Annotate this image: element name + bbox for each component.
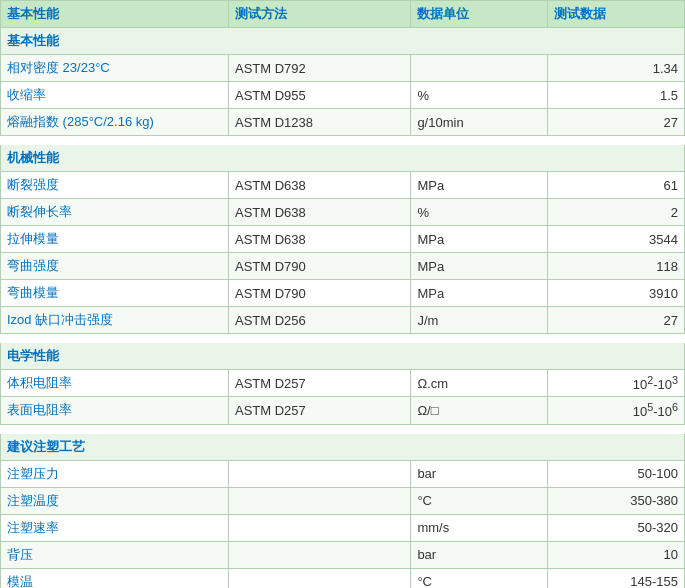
value-cell: 10 xyxy=(548,541,685,568)
unit-cell: % xyxy=(411,82,548,109)
col-header-method: 测试方法 xyxy=(229,1,411,28)
col-header-property: 基本性能 xyxy=(1,1,229,28)
property-cell: 体积电阻率 xyxy=(1,370,229,397)
properties-table: 基本性能 测试方法 数据单位 测试数据 基本性能相对密度 23/23°CASTM… xyxy=(0,0,685,588)
table-row: 收缩率ASTM D955%1.5 xyxy=(1,82,685,109)
unit-cell: % xyxy=(411,199,548,226)
unit-cell: Ω/□ xyxy=(411,397,548,424)
property-cell: 注塑压力 xyxy=(1,460,229,487)
property-cell: 收缩率 xyxy=(1,82,229,109)
property-cell: 断裂强度 xyxy=(1,172,229,199)
col-header-value: 测试数据 xyxy=(548,1,685,28)
table-row: 表面电阻率ASTM D257Ω/□105-106 xyxy=(1,397,685,424)
value-cell: 27 xyxy=(548,109,685,136)
property-cell: 相对密度 23/23°C xyxy=(1,55,229,82)
unit-cell: bar xyxy=(411,541,548,568)
value-cell: 105-106 xyxy=(548,397,685,424)
method-cell: ASTM D257 xyxy=(229,370,411,397)
section-header-0: 基本性能 xyxy=(1,28,685,55)
method-cell: ASTM D638 xyxy=(229,172,411,199)
value-cell: 50-100 xyxy=(548,460,685,487)
table-row: 弯曲模量ASTM D790MPa3910 xyxy=(1,280,685,307)
method-cell: ASTM D638 xyxy=(229,226,411,253)
method-cell: ASTM D790 xyxy=(229,280,411,307)
property-cell: 背压 xyxy=(1,541,229,568)
table-row: 熔融指数 (285°C/2.16 kg)ASTM D1238g/10min27 xyxy=(1,109,685,136)
method-cell: ASTM D790 xyxy=(229,253,411,280)
value-cell: 145-155 xyxy=(548,568,685,588)
method-cell xyxy=(229,568,411,588)
value-cell: 118 xyxy=(548,253,685,280)
method-cell xyxy=(229,514,411,541)
property-cell: 断裂伸长率 xyxy=(1,199,229,226)
table-row: 断裂伸长率ASTM D638%2 xyxy=(1,199,685,226)
table-row: 注塑压力bar50-100 xyxy=(1,460,685,487)
table-row: 相对密度 23/23°CASTM D7921.34 xyxy=(1,55,685,82)
table-row: 弯曲强度ASTM D790MPa118 xyxy=(1,253,685,280)
unit-cell: MPa xyxy=(411,172,548,199)
section-header-3: 建议注塑工艺 xyxy=(1,433,685,460)
unit-cell: MPa xyxy=(411,280,548,307)
unit-cell: °C xyxy=(411,568,548,588)
method-cell xyxy=(229,541,411,568)
property-cell: 注塑温度 xyxy=(1,487,229,514)
table-row: 拉伸模量ASTM D638MPa3544 xyxy=(1,226,685,253)
value-cell: 350-380 xyxy=(548,487,685,514)
unit-cell: g/10min xyxy=(411,109,548,136)
value-cell: 27 xyxy=(548,307,685,334)
method-cell: ASTM D257 xyxy=(229,397,411,424)
method-cell: ASTM D256 xyxy=(229,307,411,334)
section-header-1: 机械性能 xyxy=(1,145,685,172)
unit-cell: MPa xyxy=(411,226,548,253)
table-row: 注塑速率mm/s50-320 xyxy=(1,514,685,541)
unit-cell xyxy=(411,55,548,82)
value-cell: 2 xyxy=(548,199,685,226)
unit-cell: mm/s xyxy=(411,514,548,541)
property-cell: 模温 xyxy=(1,568,229,588)
property-cell: 表面电阻率 xyxy=(1,397,229,424)
table-row: 背压bar10 xyxy=(1,541,685,568)
property-cell: 熔融指数 (285°C/2.16 kg) xyxy=(1,109,229,136)
property-cell: 拉伸模量 xyxy=(1,226,229,253)
value-cell: 3544 xyxy=(548,226,685,253)
unit-cell: J/m xyxy=(411,307,548,334)
property-cell: 注塑速率 xyxy=(1,514,229,541)
value-cell: 1.5 xyxy=(548,82,685,109)
method-cell: ASTM D638 xyxy=(229,199,411,226)
table-row: 注塑温度°C350-380 xyxy=(1,487,685,514)
col-header-unit: 数据单位 xyxy=(411,1,548,28)
value-cell: 50-320 xyxy=(548,514,685,541)
method-cell: ASTM D792 xyxy=(229,55,411,82)
unit-cell: MPa xyxy=(411,253,548,280)
value-cell: 1.34 xyxy=(548,55,685,82)
value-cell: 61 xyxy=(548,172,685,199)
property-cell: 弯曲强度 xyxy=(1,253,229,280)
table-row: 断裂强度ASTM D638MPa61 xyxy=(1,172,685,199)
unit-cell: °C xyxy=(411,487,548,514)
unit-cell: Ω.cm xyxy=(411,370,548,397)
value-cell: 3910 xyxy=(548,280,685,307)
table-header: 基本性能 测试方法 数据单位 测试数据 xyxy=(1,1,685,28)
unit-cell: bar xyxy=(411,460,548,487)
value-cell: 102-103 xyxy=(548,370,685,397)
property-cell: 弯曲模量 xyxy=(1,280,229,307)
table-row: 模温°C145-155 xyxy=(1,568,685,588)
section-header-2: 电学性能 xyxy=(1,343,685,370)
method-cell: ASTM D1238 xyxy=(229,109,411,136)
table-row: 体积电阻率ASTM D257Ω.cm102-103 xyxy=(1,370,685,397)
method-cell: ASTM D955 xyxy=(229,82,411,109)
property-cell: Izod 缺口冲击强度 xyxy=(1,307,229,334)
method-cell xyxy=(229,487,411,514)
method-cell xyxy=(229,460,411,487)
table-row: Izod 缺口冲击强度ASTM D256J/m27 xyxy=(1,307,685,334)
